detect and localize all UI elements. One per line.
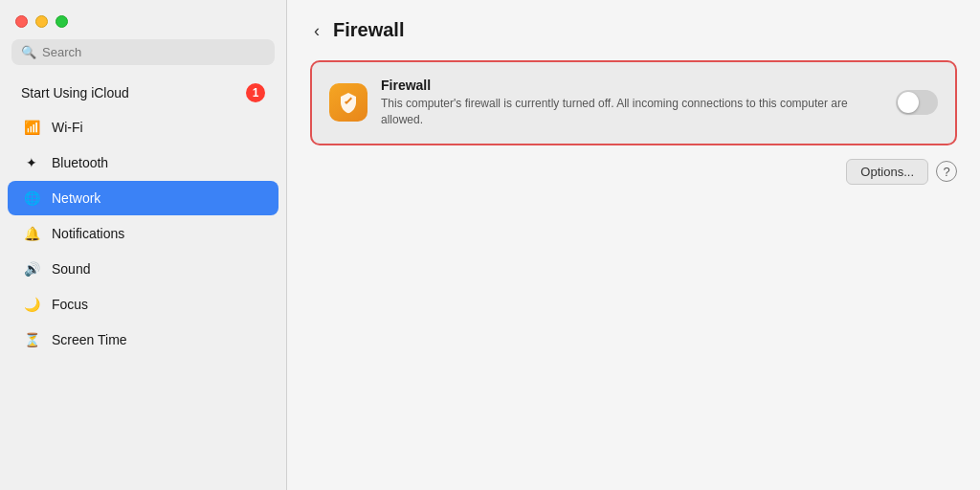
sidebar-item-wifi[interactable]: 📶Wi-Fi [8,110,278,145]
sidebar: 🔍 Start Using iCloud 1 📶Wi-Fi✦Bluetooth🌐… [0,0,287,490]
sidebar-item-label-network: Network [52,190,100,206]
minimize-button[interactable] [35,15,48,28]
search-icon: 🔍 [21,45,36,59]
screentime-icon: ⏳ [21,329,42,350]
options-row: Options... ? [310,159,957,185]
sidebar-item-notifications[interactable]: 🔔Notifications [8,216,278,251]
firewall-icon [337,91,360,114]
back-button[interactable]: ‹ [310,20,323,41]
maximize-button[interactable] [56,15,68,28]
sidebar-item-label-sound: Sound [52,261,90,277]
sidebar-item-label-bluetooth: Bluetooth [52,155,108,170]
sidebar-item-network[interactable]: 🌐Network [8,181,278,215]
toggle-knob [898,92,919,113]
sidebar-item-label-focus: Focus [52,297,88,312]
wifi-icon: 📶 [21,117,42,138]
firewall-text: Firewall This computer's firewall is cur… [381,78,882,128]
sidebar-item-focus[interactable]: 🌙Focus [8,287,278,322]
help-button[interactable]: ? [936,161,957,182]
notifications-icon: 🔔 [21,223,42,244]
search-bar[interactable]: 🔍 [11,39,275,65]
sound-icon: 🔊 [21,258,42,279]
icloud-badge: 1 [246,83,265,102]
firewall-toggle[interactable] [896,90,938,115]
icloud-label: Start Using iCloud [21,85,129,100]
sidebar-item-label-notifications: Notifications [52,226,124,241]
close-button[interactable] [15,15,28,28]
firewall-card: Firewall This computer's firewall is cur… [310,60,957,145]
icloud-row: Start Using iCloud 1 [8,78,278,108]
sidebar-item-label-screentime: Screen Time [52,332,127,347]
firewall-title: Firewall [381,78,882,93]
sidebar-items-list: 📶Wi-Fi✦Bluetooth🌐Network🔔Notifications🔊S… [0,109,286,358]
page-title: Firewall [333,19,404,41]
options-button[interactable]: Options... [846,159,928,185]
sidebar-item-sound[interactable]: 🔊Sound [8,252,278,286]
main-content: ‹ Firewall Firewall This computer's fire… [287,0,980,490]
focus-icon: 🌙 [21,294,42,315]
search-input[interactable] [42,45,265,59]
firewall-icon-wrap [329,83,368,122]
firewall-description: This computer's firewall is currently tu… [381,96,882,128]
bluetooth-icon: ✦ [21,152,42,173]
sidebar-item-screentime[interactable]: ⏳Screen Time [8,323,278,357]
sidebar-item-bluetooth[interactable]: ✦Bluetooth [8,145,278,180]
network-icon: 🌐 [21,188,42,209]
window-controls [0,0,286,39]
main-header: ‹ Firewall [310,19,957,41]
sidebar-item-label-wifi: Wi-Fi [52,120,83,135]
